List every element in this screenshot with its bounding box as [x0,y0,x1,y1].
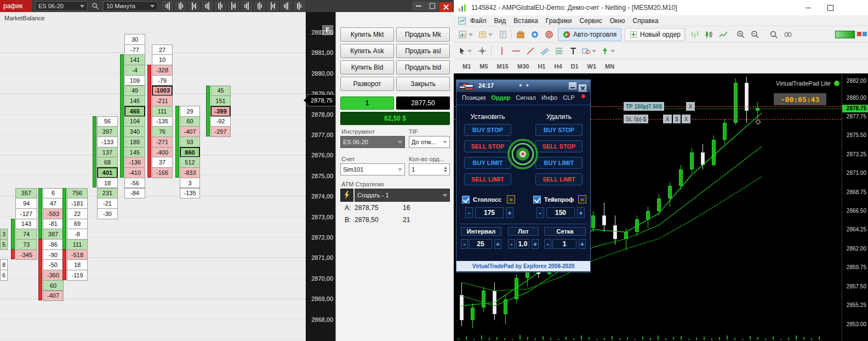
fibonacci-icon[interactable] [552,44,566,58]
tp-trailing-icon[interactable]: ≈ [578,195,586,203]
sell-button-2[interactable]: Продать bid [396,60,450,75]
timeframe-M30[interactable]: M30 [514,62,532,71]
zoom-out-icon[interactable] [202,1,213,11]
indicator-icon[interactable] [281,1,292,11]
menu-item-Графики[interactable]: Графики [546,17,572,25]
timeframe-M5[interactable]: M5 [476,62,491,71]
tp-close-button[interactable]: X [686,102,695,111]
vtp-del-sell-stop[interactable]: SELL STOP [535,140,583,152]
autotrade-button[interactable]: Авто-торговля [558,28,621,41]
spinner-arrows[interactable] [444,167,447,172]
text-icon[interactable] [567,44,580,58]
timeframe-H4[interactable]: H4 [551,62,565,71]
candles-chart-icon[interactable] [703,28,716,41]
sl-plus-button[interactable]: + [506,207,513,218]
menu-item-Вставка[interactable]: Вставка [513,17,538,25]
list-icon[interactable] [294,1,305,11]
vtp-tab-Инфо[interactable]: Инфо [541,94,557,105]
buy-button-0[interactable]: Купить Mkt [340,27,394,42]
zoom-in-icon[interactable] [734,28,747,41]
atm-strategy-select[interactable]: Создать - 1 [355,189,450,202]
restore-button[interactable] [426,1,439,11]
lightning-icon[interactable] [340,189,353,202]
tp-minus-button[interactable]: - [536,207,544,218]
vtp-set-buy-stop[interactable]: BUY STOP [464,124,511,136]
zoom-in-icon[interactable] [189,1,199,11]
buy-button-2[interactable]: Купить Bid [340,60,394,75]
shapes-icon[interactable] [581,44,597,58]
tp-plus-button[interactable]: + [577,207,585,218]
group-minus-Сетка[interactable]: - [544,239,551,249]
sl-dollar-button[interactable]: $ [673,115,681,123]
pencil-icon[interactable] [175,1,186,11]
vertical-line-icon[interactable] [495,44,509,58]
grid-icon[interactable] [267,1,278,11]
bars-chart-icon[interactable] [688,28,701,41]
minimize-button[interactable] [412,1,425,11]
vtp-del-sell-limit[interactable]: SELL LIMIT [535,173,583,185]
market-icon[interactable] [514,28,527,41]
search-icon[interactable] [90,1,101,11]
horizontal-line-icon[interactable] [510,44,523,58]
candlestick-icon[interactable] [228,1,239,11]
crosshair-icon[interactable] [476,44,489,58]
group-plus-Сетка[interactable]: + [579,239,586,249]
group-plus-Лот[interactable]: + [532,239,539,249]
close-button[interactable] [439,2,453,12]
minimize-button[interactable] [798,0,819,15]
vtp-tab-CLP[interactable]: CLP [563,94,574,105]
timeframe-M15[interactable]: M15 [494,62,512,71]
timeframe-D1[interactable]: D1 [568,62,582,71]
menu-item-Справка[interactable]: Справка [633,17,659,25]
channel-icon[interactable] [538,44,551,58]
profiles-icon[interactable] [477,28,494,41]
sell-button-3[interactable]: Закрыть [396,77,450,91]
timeframe-H1[interactable]: H1 [534,62,549,71]
target-icon[interactable] [542,28,556,41]
group-minus-Интервал[interactable]: - [461,239,468,249]
vtp-del-buy-limit[interactable]: BUY LIMIT [535,157,583,169]
timeframe-dropdown[interactable]: 10 Минута [103,1,158,11]
sell-button-1[interactable]: Продать asl [396,44,450,58]
sl-close-button-2[interactable]: X [682,115,690,123]
vtp-set-sell-limit[interactable]: SELL LIMIT [464,173,511,185]
cursor-icon[interactable] [457,44,473,58]
chart-style-icon[interactable] [162,1,173,11]
orders-count-stepper[interactable]: 1 [409,163,450,175]
sl-close-button[interactable]: X [663,115,672,123]
cursor-icon[interactable] [215,1,226,11]
group-minus-Лот[interactable]: - [508,239,515,249]
scripts-icon[interactable] [496,28,510,41]
nav-right-icon[interactable]: ► [526,83,530,88]
vtp-set-buy-limit[interactable]: BUY LIMIT [464,157,511,169]
vtp-del-buy-stop[interactable]: BUY STOP [535,124,583,136]
vtp-set-sell-stop[interactable]: SELL STOP [464,140,511,152]
alerts-icon[interactable] [528,28,541,41]
takeprofit-checkbox[interactable] [533,196,541,203]
stoploss-checkbox[interactable] [462,196,470,203]
maximize-button[interactable] [820,0,841,15]
timeframe-W1[interactable]: W1 [584,62,600,71]
sl-trailing-icon[interactable]: ≈ [507,195,515,203]
buy-button-1[interactable]: Купить Ask [340,44,394,58]
menu-item-Файл[interactable]: Файл [470,17,487,25]
sell-button-0[interactable]: Продать Mk [396,27,450,42]
menu-item-Сервис[interactable]: Сервис [580,17,602,25]
new-order-button[interactable]: Новый ордер [625,28,686,41]
footprint-chart[interactable]: MarketBalance 358635794-1271437473-34564… [0,12,306,341]
buy-button-3[interactable]: Разворот [340,77,394,91]
new-chart-icon[interactable] [457,28,475,41]
chart-columns-icon[interactable] [241,1,252,11]
vtp-close-button[interactable] [578,84,587,92]
group-plus-Интервал[interactable]: + [494,239,501,249]
account-select[interactable]: Sim101 [340,163,405,175]
mt5-price-scale[interactable]: 2882.002880.002877.752875.502873.252871.… [842,73,868,341]
vtp-minimize-button[interactable] [568,82,577,90]
tif-select[interactable]: До отм... [409,136,450,148]
search-icon[interactable] [767,28,780,41]
vtp-tab-Позиция[interactable]: Позиция [462,94,486,105]
menu-item-Окно[interactable]: Окно [610,17,625,25]
vtp-tab-Ордер[interactable]: Ордер [492,94,511,105]
arrows-icon[interactable] [599,44,616,58]
instrument-dropdown[interactable]: ES 06-20 [35,1,88,11]
